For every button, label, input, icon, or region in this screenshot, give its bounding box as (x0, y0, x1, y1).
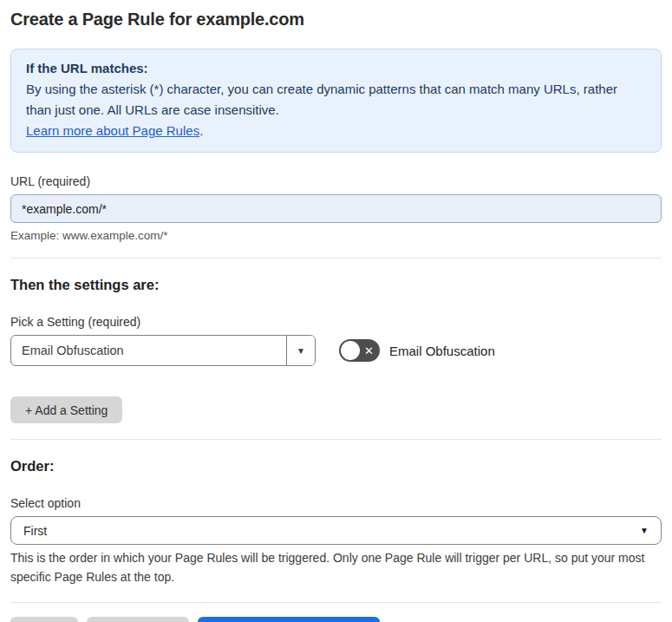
add-setting-wrap: + Add a Setting (10, 396, 662, 423)
setting-dropdown-value: Email Obfuscation (11, 336, 286, 365)
toggle-off-x-icon: ✕ (364, 345, 374, 357)
toggle-label: Email Obfuscation (389, 344, 495, 358)
divider (10, 439, 662, 440)
url-input[interactable] (10, 194, 662, 223)
url-field-label: URL (required) (10, 174, 662, 188)
order-section-heading: Order: (10, 458, 662, 475)
toggle-knob (341, 341, 360, 360)
footer-actions: Cancel Save as Draft Save and Deploy Pag… (10, 617, 662, 622)
order-select[interactable]: First ▼ (10, 516, 662, 545)
create-page-rule-form: Create a Page Rule for example.com If th… (0, 0, 672, 622)
setting-row: Email Obfuscation ▼ ✕ Email Obfuscation (10, 335, 662, 366)
email-obfuscation-toggle[interactable]: ✕ (339, 339, 380, 362)
info-box-link-line: Learn more about Page Rules. (26, 121, 646, 141)
setting-dropdown[interactable]: Email Obfuscation ▼ (10, 335, 316, 366)
link-suffix: . (199, 123, 203, 138)
order-description: This is the order in which your Page Rul… (10, 549, 662, 586)
divider (10, 602, 662, 603)
save-deploy-button[interactable]: Save and Deploy Page Rule (198, 617, 380, 622)
learn-more-link[interactable]: Learn more about Page Rules (26, 123, 199, 138)
chevron-down-icon: ▼ (297, 346, 305, 356)
url-example-hint: Example: www.example.com/* (10, 229, 662, 242)
order-select-label: Select option (10, 496, 662, 510)
cancel-button[interactable]: Cancel (10, 617, 78, 622)
chevron-down-icon: ▼ (640, 526, 649, 535)
url-match-info-box: If the URL matches: By using the asteris… (10, 49, 662, 153)
page-title: Create a Page Rule for example.com (10, 0, 662, 29)
settings-section-heading: Then the settings are: (10, 277, 662, 293)
divider (10, 258, 662, 259)
add-setting-button[interactable]: + Add a Setting (10, 396, 122, 423)
setting-dropdown-arrow-button[interactable]: ▼ (286, 336, 315, 365)
info-box-heading: If the URL matches: (26, 58, 646, 79)
info-box-body: By using the asterisk (*) character, you… (26, 79, 646, 121)
pick-setting-label: Pick a Setting (required) (10, 315, 662, 329)
order-select-value: First (23, 524, 47, 538)
save-draft-button[interactable]: Save as Draft (87, 617, 190, 622)
